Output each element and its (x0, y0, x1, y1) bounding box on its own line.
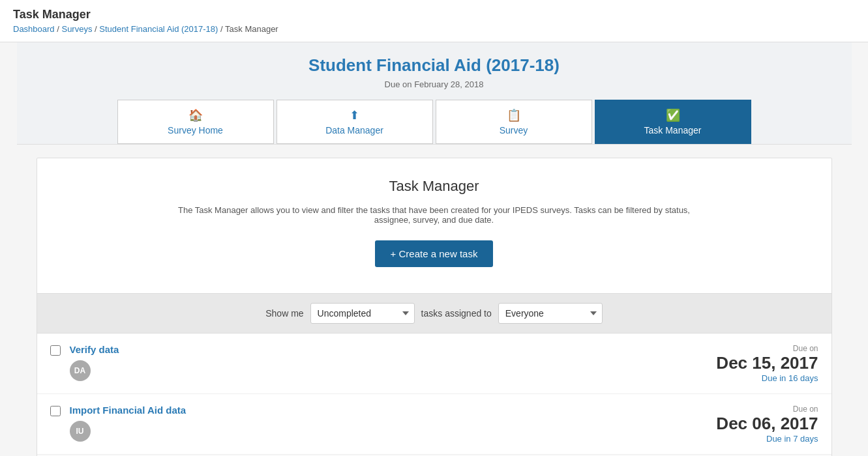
table-row: Import Financial Aid data IU Due on Dec … (37, 394, 831, 455)
task-2-name[interactable]: Import Financial Aid data (70, 405, 187, 416)
task-list: Verify data DA Due on Dec 15, 2017 Due i… (37, 334, 831, 456)
tab-task-manager-label: Task Manager (644, 125, 702, 135)
breadcrumb-dashboard[interactable]: Dashboard (13, 24, 55, 34)
breadcrumb-survey-name[interactable]: Student Financial Aid (2017-18) (99, 24, 218, 34)
document-icon: 📋 (507, 108, 521, 122)
task-1-name[interactable]: Verify data (70, 344, 119, 355)
survey-due: Due on February 28, 2018 (17, 79, 852, 89)
tab-survey[interactable]: 📋 Survey (436, 100, 592, 144)
upload-icon: ⬆ (350, 108, 359, 122)
create-task-button[interactable]: + Create a new task (375, 240, 494, 267)
top-bar: Task Manager Dashboard / Surveys / Stude… (0, 0, 868, 42)
check-icon: ✅ (666, 108, 680, 122)
tab-data-manager-label: Data Manager (325, 125, 383, 135)
tab-task-manager[interactable]: ✅ Task Manager (595, 100, 751, 144)
task-1-due-date: Dec 15, 2017 (716, 353, 818, 373)
main-content: Student Financial Aid (2017-18) Due on F… (17, 42, 852, 456)
card-body: Task Manager The Task Manager allows you… (37, 158, 831, 293)
breadcrumb: Dashboard / Surveys / Student Financial … (13, 24, 855, 34)
tab-survey-home-label: Survey Home (168, 125, 223, 135)
card-description: The Task Manager allows you to view and … (173, 205, 695, 225)
task-1-info: Verify data DA (70, 344, 708, 381)
tab-survey-home[interactable]: 🏠 Survey Home (117, 100, 274, 144)
breadcrumb-current: Task Manager (225, 24, 278, 34)
survey-title: Student Financial Aid (2017-18) (17, 55, 852, 76)
home-icon: 🏠 (188, 108, 203, 122)
survey-header: Student Financial Aid (2017-18) Due on F… (17, 42, 852, 145)
task-2-due-days: Due in 7 days (716, 434, 818, 444)
task-manager-card: Task Manager The Task Manager allows you… (37, 158, 832, 456)
task-1-due-days: Due in 16 days (716, 373, 818, 383)
task-2-due-date: Dec 06, 2017 (716, 414, 818, 434)
breadcrumb-surveys[interactable]: Surveys (61, 24, 92, 34)
tab-survey-label: Survey (500, 125, 528, 135)
show-me-label: Show me (265, 308, 303, 319)
task-2-avatar: IU (70, 421, 91, 442)
status-filter-select[interactable]: Uncompleted Completed All (310, 303, 415, 324)
nav-tabs: 🏠 Survey Home ⬆ Data Manager 📋 Survey ✅ … (17, 100, 852, 144)
card-title: Task Manager (63, 178, 805, 195)
tab-data-manager[interactable]: ⬆ Data Manager (277, 100, 433, 144)
task-1-due-label: Due on (716, 344, 818, 353)
table-row: Verify data DA Due on Dec 15, 2017 Due i… (37, 334, 831, 394)
tasks-assigned-label: tasks assigned to (421, 308, 492, 319)
assignee-filter-select[interactable]: Everyone Me Others (498, 303, 603, 324)
task-1-avatar: DA (70, 360, 91, 381)
task-1-due: Due on Dec 15, 2017 Due in 16 days (716, 344, 818, 383)
task-2-due-label: Due on (716, 405, 818, 414)
filter-bar: Show me Uncompleted Completed All tasks … (37, 293, 831, 334)
task-2-checkbox[interactable] (50, 406, 61, 416)
task-1-checkbox[interactable] (50, 345, 61, 356)
task-2-due: Due on Dec 06, 2017 Due in 7 days (716, 405, 818, 444)
task-2-info: Import Financial Aid data IU (70, 405, 708, 442)
page-title: Task Manager (13, 8, 855, 21)
